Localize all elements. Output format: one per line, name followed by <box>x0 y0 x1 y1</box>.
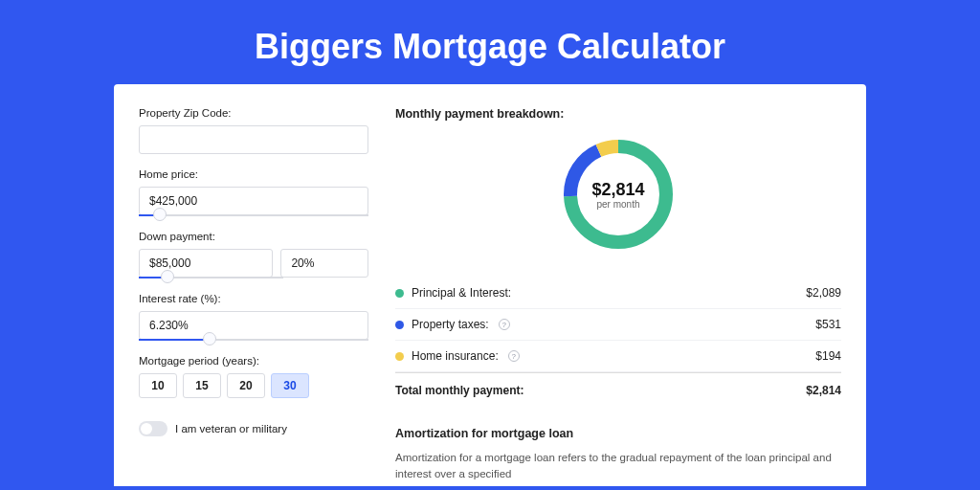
legend-row-ins: Home insurance:?$194 <box>395 341 841 372</box>
legend-dot <box>395 352 404 361</box>
donut-center: $2,814 per month <box>558 134 679 255</box>
rate-field: Interest rate (%): <box>139 293 368 341</box>
down-payment-slider[interactable] <box>139 277 283 278</box>
period-button-10[interactable]: 10 <box>139 373 177 398</box>
page-title: Biggers Mortgage Calculator <box>0 0 980 84</box>
input-panel: Property Zip Code: Home price: Down paym… <box>139 107 368 463</box>
rate-input[interactable] <box>139 311 368 340</box>
slider-thumb[interactable] <box>153 208 167 221</box>
legend-value: $531 <box>815 318 841 331</box>
rate-slider[interactable] <box>139 339 368 341</box>
amortization-text: Amortization for a mortgage loan refers … <box>395 450 841 483</box>
donut-value: $2,814 <box>591 180 644 200</box>
home-price-input[interactable] <box>139 187 368 215</box>
calculator-card: Property Zip Code: Home price: Down paym… <box>114 84 866 486</box>
legend-dot <box>395 289 404 298</box>
zip-label: Property Zip Code: <box>139 107 368 119</box>
breakdown-title: Monthly payment breakdown: <box>395 107 841 121</box>
legend-label: Property taxes: <box>412 318 489 331</box>
legend-row-pi: Principal & Interest:$2,089 <box>395 278 841 309</box>
total-label: Total monthly payment: <box>395 384 523 397</box>
total-row: Total monthly payment: $2,814 <box>395 372 841 406</box>
donut-sublabel: per month <box>596 199 639 210</box>
legend-value: $2,089 <box>806 286 841 300</box>
home-price-slider[interactable] <box>139 214 368 216</box>
down-payment-label: Down payment: <box>139 231 368 242</box>
veteran-label: I am veteran or military <box>175 423 287 434</box>
home-price-field: Home price: <box>139 168 368 216</box>
breakdown-panel: Monthly payment breakdown: $2,814 per mo… <box>395 107 841 463</box>
period-label: Mortgage period (years): <box>139 355 368 367</box>
total-value: $2,814 <box>806 384 841 397</box>
veteran-row: I am veteran or military <box>139 421 368 436</box>
down-payment-field: Down payment: <box>139 231 368 278</box>
period-button-30[interactable]: 30 <box>271 373 309 398</box>
slider-thumb[interactable] <box>161 270 174 283</box>
period-button-15[interactable]: 15 <box>183 373 221 398</box>
legend-label: Principal & Interest: <box>412 286 511 300</box>
down-pct-input[interactable] <box>280 249 368 278</box>
toggle-knob <box>141 423 152 434</box>
zip-input[interactable] <box>139 125 368 154</box>
amortization-section: Amortization for mortgage loan Amortizat… <box>395 427 841 483</box>
legend-row-tax: Property taxes:?$531 <box>395 309 841 341</box>
rate-label: Interest rate (%): <box>139 293 368 304</box>
home-price-label: Home price: <box>139 168 368 180</box>
down-amount-input[interactable] <box>139 249 273 278</box>
veteran-toggle[interactable] <box>139 421 167 436</box>
donut-chart: $2,814 per month <box>395 134 841 255</box>
info-icon[interactable]: ? <box>508 350 520 362</box>
zip-field: Property Zip Code: <box>139 107 368 154</box>
info-icon[interactable]: ? <box>499 319 510 330</box>
legend-dot <box>395 321 404 329</box>
period-button-20[interactable]: 20 <box>227 373 265 398</box>
period-field: Mortgage period (years): 10152030 <box>139 355 368 398</box>
amortization-title: Amortization for mortgage loan <box>395 427 841 440</box>
legend-label: Home insurance: <box>412 349 499 363</box>
legend-value: $194 <box>815 349 841 363</box>
slider-thumb[interactable] <box>203 332 216 345</box>
